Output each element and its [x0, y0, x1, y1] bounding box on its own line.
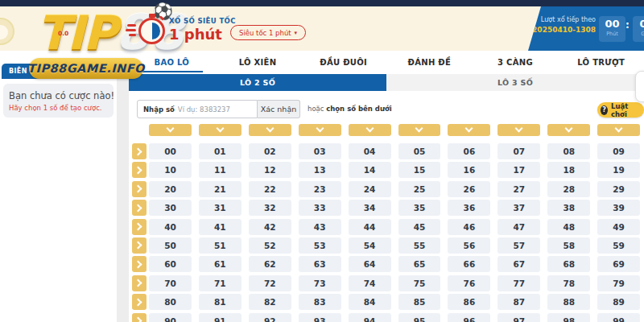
number-cell-59[interactable]: 59 — [597, 237, 640, 254]
column-dropdown-8[interactable] — [547, 124, 590, 136]
number-cell-30[interactable]: 30 — [149, 200, 192, 216]
number-cell-04[interactable]: 04 — [349, 143, 391, 159]
rules-button[interactable]: ? Luật chơi — [597, 102, 644, 118]
number-cell-01[interactable]: 01 — [199, 143, 242, 159]
number-cell-21[interactable]: 21 — [199, 181, 242, 197]
number-cell-46[interactable]: 46 — [448, 219, 490, 235]
column-dropdown-5[interactable] — [398, 124, 441, 136]
number-cell-54[interactable]: 54 — [349, 237, 391, 254]
number-cell-84[interactable]: 84 — [349, 294, 391, 310]
number-cell-85[interactable]: 85 — [398, 294, 441, 310]
row-expand-button-30[interactable] — [132, 200, 147, 216]
number-cell-28[interactable]: 28 — [547, 181, 590, 197]
number-cell-24[interactable]: 24 — [349, 181, 391, 197]
number-cell-02[interactable]: 02 — [249, 143, 291, 159]
number-cell-06[interactable]: 06 — [448, 143, 490, 159]
column-dropdown-4[interactable] — [349, 124, 391, 136]
floating-widget[interactable] — [635, 71, 644, 102]
number-cell-61[interactable]: 61 — [199, 256, 242, 272]
column-dropdown-9[interactable] — [597, 124, 640, 136]
nav-tab-3-cang[interactable]: 3 CÀNG — [473, 51, 559, 74]
number-cell-93[interactable]: 93 — [299, 313, 341, 322]
nav-tab-lo-xien[interactable]: LÔ XIÊN — [215, 51, 301, 74]
number-cell-55[interactable]: 55 — [398, 237, 441, 254]
row-expand-button-20[interactable] — [132, 181, 147, 197]
column-dropdown-7[interactable] — [497, 124, 540, 136]
number-cell-57[interactable]: 57 — [497, 237, 540, 254]
confirm-button[interactable]: Xác nhận — [258, 100, 300, 118]
number-cell-18[interactable]: 18 — [547, 162, 590, 178]
number-cell-65[interactable]: 65 — [398, 256, 441, 272]
number-cell-70[interactable]: 70 — [149, 275, 192, 291]
number-cell-69[interactable]: 69 — [597, 256, 640, 272]
number-cell-94[interactable]: 94 — [349, 313, 391, 322]
number-cell-07[interactable]: 07 — [497, 143, 540, 159]
number-cell-75[interactable]: 75 — [398, 275, 441, 291]
number-cell-33[interactable]: 33 — [299, 200, 341, 216]
number-cell-15[interactable]: 15 — [398, 162, 441, 178]
number-cell-92[interactable]: 92 — [249, 313, 291, 322]
number-cell-76[interactable]: 76 — [448, 275, 490, 291]
number-cell-09[interactable]: 09 — [597, 143, 640, 159]
number-cell-23[interactable]: 23 — [299, 181, 341, 197]
number-cell-27[interactable]: 27 — [497, 181, 540, 197]
row-expand-button-80[interactable] — [132, 294, 147, 310]
column-dropdown-2[interactable] — [249, 124, 291, 136]
number-cell-25[interactable]: 25 — [398, 181, 441, 197]
number-cell-95[interactable]: 95 — [398, 313, 441, 322]
number-cell-96[interactable]: 96 — [448, 313, 490, 322]
column-dropdown-6[interactable] — [448, 124, 490, 136]
number-cell-41[interactable]: 41 — [199, 219, 242, 235]
number-cell-99[interactable]: 99 — [597, 313, 640, 322]
number-cell-80[interactable]: 80 — [149, 294, 192, 310]
game-selector-dropdown[interactable]: Siêu tốc 1 phút ▾ — [230, 25, 306, 40]
number-cell-90[interactable]: 90 — [149, 313, 192, 322]
number-cell-82[interactable]: 82 — [249, 294, 291, 310]
number-cell-66[interactable]: 66 — [448, 256, 490, 272]
column-dropdown-1[interactable] — [199, 124, 242, 136]
row-expand-button-40[interactable] — [132, 219, 147, 235]
number-cell-13[interactable]: 13 — [299, 162, 341, 178]
number-cell-47[interactable]: 47 — [497, 219, 540, 235]
number-cell-10[interactable]: 10 — [149, 162, 192, 178]
number-cell-44[interactable]: 44 — [349, 219, 391, 235]
subtab-lo-2-so[interactable]: LÔ 2 SỐ — [129, 74, 386, 91]
number-cell-87[interactable]: 87 — [497, 294, 540, 310]
row-expand-button-50[interactable] — [132, 237, 147, 254]
number-cell-03[interactable]: 03 — [299, 143, 341, 159]
number-cell-11[interactable]: 11 — [199, 162, 242, 178]
number-cell-38[interactable]: 38 — [547, 200, 590, 216]
number-cell-14[interactable]: 14 — [349, 162, 391, 178]
number-cell-72[interactable]: 72 — [249, 275, 291, 291]
number-cell-49[interactable]: 49 — [597, 219, 640, 235]
number-cell-91[interactable]: 91 — [199, 313, 242, 322]
number-cell-56[interactable]: 56 — [448, 237, 490, 254]
row-expand-button-70[interactable] — [132, 275, 147, 291]
number-cell-26[interactable]: 26 — [448, 181, 490, 197]
number-cell-16[interactable]: 16 — [448, 162, 490, 178]
number-cell-35[interactable]: 35 — [398, 200, 441, 216]
number-cell-31[interactable]: 31 — [199, 200, 242, 216]
number-cell-98[interactable]: 98 — [547, 313, 590, 322]
nav-tab-lo-truot[interactable]: LÔ TRƯỢT — [558, 51, 644, 74]
number-cell-39[interactable]: 39 — [597, 200, 640, 216]
number-cell-60[interactable]: 60 — [149, 256, 192, 272]
number-cell-48[interactable]: 48 — [547, 219, 590, 235]
column-dropdown-0[interactable] — [149, 124, 192, 136]
number-cell-43[interactable]: 43 — [299, 219, 341, 235]
number-cell-34[interactable]: 34 — [349, 200, 391, 216]
number-cell-81[interactable]: 81 — [199, 294, 242, 310]
column-dropdown-3[interactable] — [299, 124, 341, 136]
number-cell-53[interactable]: 53 — [299, 237, 341, 254]
number-cell-00[interactable]: 00 — [149, 143, 192, 159]
number-cell-77[interactable]: 77 — [497, 275, 540, 291]
number-cell-22[interactable]: 22 — [249, 181, 291, 197]
number-cell-71[interactable]: 71 — [199, 275, 242, 291]
number-cell-29[interactable]: 29 — [597, 181, 640, 197]
number-cell-12[interactable]: 12 — [249, 162, 291, 178]
number-cell-32[interactable]: 32 — [249, 200, 291, 216]
number-cell-74[interactable]: 74 — [349, 275, 391, 291]
number-cell-36[interactable]: 36 — [448, 200, 490, 216]
row-expand-button-00[interactable] — [132, 143, 147, 159]
number-cell-58[interactable]: 58 — [547, 237, 590, 254]
